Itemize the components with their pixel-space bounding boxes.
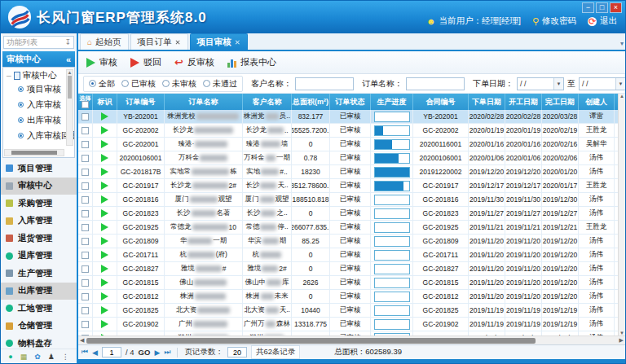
tab-起始页[interactable]: ⌂起始页: [80, 33, 129, 50]
logout-button[interactable]: ⟳ 退出: [588, 15, 617, 27]
column-header-完工日期[interactable]: 完工日期: [542, 94, 579, 110]
table-row[interactable]: GC-201925常德龙10常德停..266077.835..已审核GC-201…: [78, 221, 618, 235]
column-header-客户名称[interactable]: 客户名称: [243, 94, 292, 110]
table-row[interactable]: GC-202001臻港·臻港墙0已审核202001160012020/01/16…: [78, 138, 618, 151]
tab-项目订单[interactable]: 项目订单✕: [130, 33, 188, 50]
next-page-icon[interactable]: ▶: [154, 349, 160, 357]
row-checkbox[interactable]: [82, 252, 89, 259]
collapse-icon[interactable]: «: [66, 55, 71, 64]
row-checkbox[interactable]: [82, 169, 89, 176]
table-row[interactable]: GC-201812株洲株洲未来0已审核GC-2018122019/11/2020…: [78, 290, 618, 304]
close-button[interactable]: ×: [610, 2, 622, 13]
row-checkbox[interactable]: [82, 238, 89, 245]
sidebar-item-审核中心[interactable]: 审核中心: [1, 178, 77, 195]
column-header-开工日期[interactable]: 开工日期: [505, 94, 542, 110]
sidebar-item-出库管理[interactable]: 出库管理: [1, 283, 77, 300]
tab-overflow-icon[interactable]: ▾: [620, 40, 624, 47]
sidebar-item-工地管理[interactable]: 工地管理: [1, 300, 77, 318]
table-row[interactable]: GC-201711杭(府)杭0已审核GC-2017112019/11/20201…: [78, 248, 618, 262]
scroll-right-icon[interactable]: ▶: [619, 337, 625, 344]
sidebar-item-物料盘存[interactable]: 物料盘存: [1, 335, 77, 349]
row-checkbox[interactable]: [82, 224, 89, 231]
leaf-icon[interactable]: ✿: [34, 353, 41, 361]
order-name-input[interactable]: [406, 77, 465, 90]
column-header-选择[interactable]: 选择: [78, 94, 93, 110]
table-row[interactable]: GC-201809华一期华滨期85.25已审核GC-2018092019/11/…: [78, 235, 618, 248]
table-row[interactable]: GC-201825北大资北大资天..10440已审核GC-2018252019/…: [78, 304, 618, 318]
tree-root-node[interactable]: ─ 审核中心: [7, 70, 66, 81]
customer-name-input[interactable]: [295, 77, 354, 90]
tree-item-入库审核[interactable]: 入库审核: [7, 97, 66, 112]
column-header-创建人[interactable]: 创建人: [579, 94, 615, 110]
报表中心-button[interactable]: 报表中心: [227, 56, 276, 68]
table-row[interactable]: GC-201902广州广州万森林13318.775已审核GC-201902201…: [78, 318, 618, 331]
table-row[interactable]: GC-201816厦门观望厦门观望188510.818已审核GC-2018162…: [78, 193, 618, 207]
row-checkbox[interactable]: [82, 293, 89, 300]
row-checkbox[interactable]: [82, 265, 89, 273]
person-icon[interactable]: ♟: [48, 353, 55, 361]
table-row[interactable]: GC-201917长沙龙2#长沙天..8512.78600..已审核GC-201…: [78, 179, 618, 193]
radio-已审核[interactable]: 已审核: [121, 78, 156, 90]
反审核-button[interactable]: ↩反审核: [174, 56, 214, 68]
tree-item-出库审核[interactable]: 出库审核: [7, 112, 66, 128]
table-row[interactable]: GC-202002长沙龙长沙龙..65525.7200..已审核GC-20200…: [78, 124, 618, 138]
chevron-down-icon[interactable]: ▼: [615, 78, 625, 90]
row-checkbox[interactable]: [82, 141, 89, 148]
order-date-picker[interactable]: / /▼: [517, 77, 564, 90]
radio-未通过[interactable]: 未通过: [203, 78, 237, 90]
prev-page-icon[interactable]: ◀: [92, 349, 98, 357]
chevron-down-icon[interactable]: ▼: [553, 78, 563, 90]
column-header-订单状态[interactable]: 订单状态: [330, 94, 371, 110]
table-row[interactable]: GC-201823长沙名著长沙之..0已审核GC-2018232019/11/2…: [78, 207, 618, 221]
page-number-input[interactable]: [102, 347, 121, 357]
sidebar-item-入库管理[interactable]: 入库管理: [1, 213, 77, 230]
row-checkbox[interactable]: [82, 321, 89, 328]
column-header-订单编号[interactable]: 订单编号: [117, 94, 165, 110]
tree-vertical-scrollbar[interactable]: ▲: [66, 69, 73, 146]
tree-item-入库审核回退[interactable]: 入库审核回退: [7, 128, 66, 143]
row-checkbox[interactable]: [82, 127, 89, 134]
cart-icon[interactable]: ▦: [20, 353, 28, 361]
table-row[interactable]: YB-202001株洲党校株洲党员..832.177已审核YB-20200120…: [78, 110, 618, 124]
sidebar-item-采购管理[interactable]: 采购管理: [1, 195, 77, 213]
table-row[interactable]: GC-201815佛山佛山中库2626已审核GC-2018152019/11/2…: [78, 276, 618, 290]
close-tab-icon[interactable]: ✕: [235, 38, 240, 46]
function-search-input[interactable]: 功能列表 ↧: [3, 36, 74, 49]
tree-expander-icon[interactable]: ─: [7, 72, 11, 80]
row-checkbox[interactable]: [82, 196, 89, 204]
sidebar-item-退货管理[interactable]: 退货管理: [1, 230, 77, 248]
row-checkbox[interactable]: [82, 182, 89, 190]
row-checkbox[interactable]: [82, 210, 89, 217]
first-page-icon[interactable]: ⏮: [82, 348, 88, 357]
sidebar-item-项目管理[interactable]: 项目管理: [1, 160, 77, 178]
sidebar-item-生产管理[interactable]: 生产管理: [1, 265, 77, 283]
审核-button[interactable]: 审核: [86, 56, 117, 68]
驳回-button[interactable]: 驳回: [130, 56, 161, 68]
column-header-总面积(m²)[interactable]: 总面积(m²): [292, 94, 330, 110]
column-header-下单日期[interactable]: 下单日期: [469, 94, 505, 110]
radio-全部[interactable]: 全部: [89, 78, 115, 90]
order-date-end-picker[interactable]: / /▼: [579, 77, 625, 90]
minimize-button[interactable]: −: [582, 2, 594, 13]
column-header-订单名称[interactable]: 订单名称: [165, 94, 243, 110]
table-vertical-scrollbar[interactable]: ▲▼: [618, 94, 625, 335]
table-row[interactable]: 20200106001万科金万科金一期0.78已审核20200106001202…: [78, 151, 618, 165]
more-icon[interactable]: ⋮: [62, 353, 69, 361]
row-checkbox[interactable]: [82, 155, 89, 162]
table-row[interactable]: GC-201817B实地常栋实地#..18230已审核2019122000220…: [78, 165, 618, 179]
radio-未审核[interactable]: 未审核: [162, 78, 196, 90]
tree-item-项目审核[interactable]: 项目审核: [7, 81, 66, 97]
column-header-生产进度[interactable]: 生产进度: [371, 94, 413, 110]
row-checkbox[interactable]: [82, 113, 89, 121]
go-button[interactable]: GO: [139, 348, 151, 357]
pin-icon[interactable]: ↧: [64, 38, 71, 46]
page-size-input[interactable]: [227, 347, 247, 357]
maximize-button[interactable]: □: [596, 2, 608, 13]
table-horizontal-scrollbar[interactable]: ◀ ▶: [78, 335, 625, 344]
tree-horizontal-scrollbar[interactable]: [4, 149, 64, 156]
select-all-checkbox[interactable]: [82, 101, 89, 108]
row-checkbox[interactable]: [82, 307, 89, 314]
scroll-left-icon[interactable]: ◀: [78, 337, 84, 344]
column-header-标识[interactable]: 标识: [93, 94, 117, 110]
row-checkbox[interactable]: [82, 279, 89, 287]
